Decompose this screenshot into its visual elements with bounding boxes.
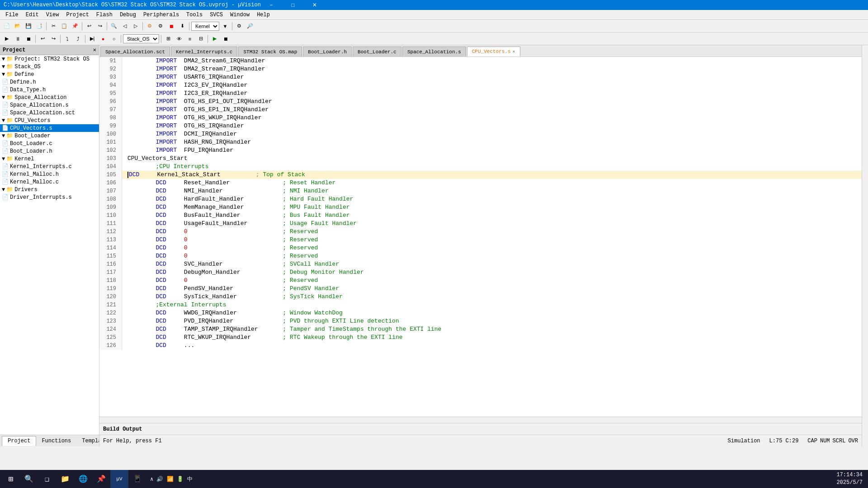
- node-data-type-h[interactable]: 📄 Data_Type.h: [0, 86, 99, 94]
- copy-btn[interactable]: 📋: [59, 21, 69, 31]
- minimize-button[interactable]: −: [261, 0, 282, 10]
- tb2-step-out[interactable]: ⤴: [73, 34, 83, 44]
- task-view-icon[interactable]: ❑: [38, 470, 56, 488]
- kernel-combo[interactable]: Kernel: [191, 22, 219, 31]
- tray-icons: ∧ 🔊 📶 🔋: [150, 476, 184, 483]
- line-number: 108: [99, 195, 122, 203]
- tb2-watch[interactable]: 👁: [174, 34, 184, 44]
- menu-flash[interactable]: Flash: [93, 10, 116, 20]
- phone-icon[interactable]: 📱: [128, 470, 146, 488]
- cut-btn[interactable]: ✂: [48, 21, 58, 31]
- project-root[interactable]: ▼ 📁 Project: STM32 Stack OS: [0, 55, 99, 63]
- tb2-step-in[interactable]: ⤵: [62, 34, 72, 44]
- tb2-btn4[interactable]: ↩: [38, 34, 47, 44]
- menu-svcs[interactable]: SVCS: [206, 10, 226, 20]
- node-define-h[interactable]: 📄 Define.h: [0, 78, 99, 86]
- tb2-btn5[interactable]: ↪: [48, 34, 58, 44]
- menu-peripherals[interactable]: Peripherals: [140, 10, 183, 20]
- file-explorer-icon[interactable]: 📁: [56, 470, 74, 488]
- stop-btn[interactable]: ⏹: [166, 21, 176, 31]
- rebuild-btn[interactable]: ⚙: [156, 21, 165, 31]
- node-drivers[interactable]: ▼ 📁 Drivers: [0, 186, 99, 193]
- menu-debug[interactable]: Debug: [116, 10, 140, 20]
- node-kernel-malloc-h[interactable]: 📄 Kernel_Malloc.h: [0, 170, 99, 178]
- open-btn[interactable]: 📂: [13, 21, 23, 31]
- tab-cpu-vectors-s[interactable]: CPU_Vectors.s ✕: [467, 47, 520, 56]
- menu-help[interactable]: Help: [253, 10, 274, 20]
- navigate-fwd-btn[interactable]: ▷: [131, 21, 141, 31]
- node-kernel-interrupts[interactable]: 📄 Kernel_Interrupts.c: [0, 163, 99, 170]
- node-driver-interrupts[interactable]: 📄 Driver_Interrupts.s: [0, 193, 99, 201]
- menu-window[interactable]: Window: [226, 10, 253, 20]
- save-btn[interactable]: 💾: [24, 21, 33, 31]
- project-close-icon[interactable]: ✕: [93, 47, 96, 53]
- node-boot-loader-h[interactable]: 📄 Boot_Loader.h: [0, 147, 99, 155]
- redo-btn[interactable]: ↪: [95, 21, 105, 31]
- node-space-alloc[interactable]: ▼ 📁 Space_Allocation: [0, 94, 99, 101]
- menu-tools[interactable]: Tools: [183, 10, 206, 20]
- node-cpu-vectors[interactable]: ▼ 📁 CPU_Vectors: [0, 117, 99, 124]
- navigate-back-btn[interactable]: ◁: [120, 21, 130, 31]
- new-file-btn[interactable]: 📄: [2, 21, 12, 31]
- download-btn[interactable]: ⬇: [177, 21, 187, 31]
- tab-functions[interactable]: Functions: [36, 436, 76, 446]
- tab-space-alloc-s[interactable]: Space_Allocation.s: [402, 47, 466, 56]
- menu-project[interactable]: Project: [62, 10, 92, 20]
- node-boot-loader-c[interactable]: 📄 Boot_Loader.c: [0, 140, 99, 147]
- tb2-set-bp[interactable]: ●: [98, 34, 108, 44]
- tb2-regs[interactable]: ≡: [185, 34, 195, 44]
- find-btn[interactable]: 🔍: [109, 21, 119, 31]
- tb2-btn3[interactable]: ⏹: [24, 34, 33, 44]
- tb2-debug-start[interactable]: ▶: [210, 34, 220, 44]
- save-all-btn[interactable]: 📑: [34, 21, 44, 31]
- uvision-taskbar[interactable]: μV: [110, 470, 128, 488]
- code-line-125: 125 DCD RTC_WKUP_IRQHandler ; RTC Wakeup…: [99, 333, 862, 342]
- folder-icon: 📁: [6, 63, 13, 70]
- tab-templates[interactable]: Templates: [76, 436, 99, 446]
- maximize-button[interactable]: □: [283, 0, 303, 10]
- undo-btn[interactable]: ↩: [84, 21, 94, 31]
- tb2-clear-bp[interactable]: ○: [109, 34, 119, 44]
- right-scrollbar[interactable]: [862, 45, 868, 446]
- line-number: 112: [99, 228, 122, 236]
- node-define[interactable]: ▼ 📁 Define: [0, 70, 99, 78]
- tb2-run-cursor[interactable]: ▶|: [87, 34, 97, 44]
- tb2-memory[interactable]: ⊞: [163, 34, 173, 44]
- tab-close-icon[interactable]: ✕: [513, 49, 515, 54]
- stack-os-combo[interactable]: Stack_OS: [123, 34, 159, 43]
- node-kernel-malloc-c[interactable]: 📄 Kernel_Malloc.c: [0, 178, 99, 186]
- node-stack-os[interactable]: ▼ 📁 Stack_OS: [0, 63, 99, 70]
- tab-boot-loader-c[interactable]: Boot_Loader.c: [353, 47, 401, 56]
- paste-btn[interactable]: 📌: [70, 21, 80, 31]
- tb2-debug-stop[interactable]: ⏹: [221, 34, 231, 44]
- node-space-alloc-sct[interactable]: 📄 Space_Allocation.sct: [0, 109, 99, 117]
- browser-icon[interactable]: 🌐: [74, 470, 92, 488]
- expand-icon: ▼: [2, 187, 5, 193]
- options-btn[interactable]: ⚙: [234, 21, 244, 31]
- close-button[interactable]: ✕: [304, 0, 325, 10]
- menu-file[interactable]: File: [2, 10, 22, 20]
- menu-edit[interactable]: Edit: [22, 10, 42, 20]
- tb2-btn2[interactable]: ⏸: [13, 34, 23, 44]
- tab-stm32-map[interactable]: STM32 Stack OS.map: [238, 47, 302, 56]
- combo-dropdown-btn[interactable]: ▼: [220, 21, 230, 31]
- node-cpu-vectors-s[interactable]: 📄 CPU_Vectors.s: [0, 124, 99, 132]
- tab-boot-loader-h[interactable]: Boot_Loader.h: [303, 47, 352, 56]
- zoom-btn[interactable]: 🔎: [245, 21, 255, 31]
- tab-project[interactable]: Project: [2, 436, 36, 446]
- start-button[interactable]: ⊞: [2, 470, 20, 488]
- editor-hscroll[interactable]: [99, 417, 862, 423]
- node-boot-loader[interactable]: ▼ 📁 Boot_Loader: [0, 132, 99, 140]
- tb2-periph[interactable]: ⊟: [196, 34, 206, 44]
- search-taskbar-icon[interactable]: 🔍: [20, 470, 38, 488]
- node-kernel[interactable]: ▼ 📁 Kernel: [0, 155, 99, 163]
- build-btn[interactable]: ⚙: [145, 21, 155, 31]
- menu-view[interactable]: View: [42, 10, 63, 20]
- pin-icon1[interactable]: 📌: [92, 470, 110, 488]
- tab-space-alloc-sct[interactable]: Space_Allocation.sct: [100, 47, 170, 56]
- code-line-106: 106 DCD Reset_Handler ; Reset Handler: [99, 179, 862, 187]
- editor-main[interactable]: 91 IMPORT DMA2_Stream6_IRQHandler 92 IMP…: [99, 57, 862, 417]
- tab-kernel-interrupts[interactable]: Kernel_Interrupts.c: [171, 47, 237, 56]
- node-space-alloc-s[interactable]: 📄 Space_Allocation.s: [0, 101, 99, 109]
- tb2-btn1[interactable]: ▶: [2, 34, 12, 44]
